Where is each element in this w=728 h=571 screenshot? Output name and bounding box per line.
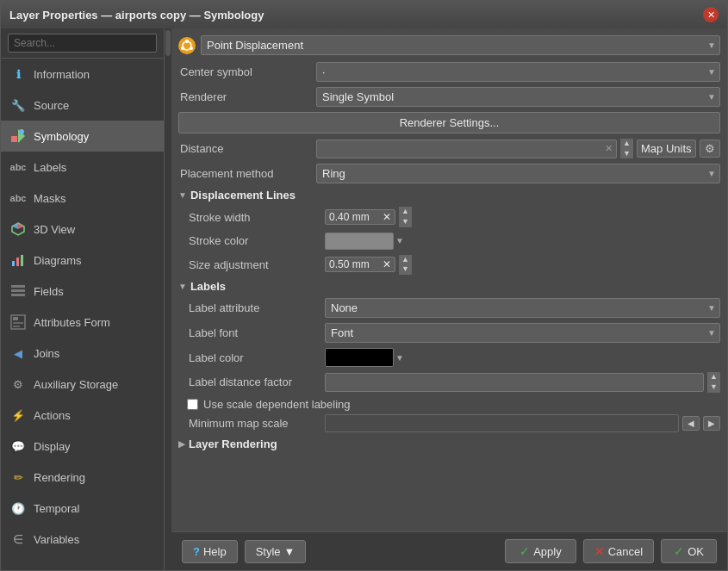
distance-clear-button[interactable]: ✕ <box>605 143 613 154</box>
sidebar-item-information[interactable]: ℹ Information <box>1 59 164 90</box>
scale-nav-fwd-button[interactable]: ▶ <box>703 416 720 431</box>
scale-nav-back-button[interactable]: ◀ <box>682 416 700 431</box>
svg-marker-4 <box>18 223 24 229</box>
sidebar-item-masks[interactable]: abc Masks <box>1 183 164 214</box>
stroke-width-decrement-button[interactable]: ▼ <box>399 217 412 227</box>
renderer-value: Single Symbol ▼ <box>316 87 720 107</box>
stroke-width-clear-button[interactable]: ✕ <box>383 211 391 223</box>
point-displacement-icon <box>178 37 196 54</box>
sidebar-item-rendering[interactable]: ✏ Rendering <box>1 462 164 493</box>
svg-rect-13 <box>13 317 18 320</box>
cancel-x-icon: ✕ <box>594 544 605 558</box>
units-select[interactable]: Map Units Pixels mm <box>637 140 696 158</box>
distance-increment-button[interactable]: ▲ <box>620 139 633 149</box>
label-distance-input-box: 0.50 <box>325 373 704 392</box>
labels-header[interactable]: ▼ Labels <box>178 280 720 293</box>
distance-spinner: ▲ ▼ <box>620 139 633 158</box>
labels-content: Label attribute None ▼ Label f <box>178 298 720 431</box>
use-scale-label: Use scale dependent labeling <box>203 398 351 411</box>
sidebar: ℹ Information 🔧 Source Symbology abc Lab… <box>1 28 165 570</box>
sidebar-item-display[interactable]: 💬 Display <box>1 431 164 462</box>
distance-decrement-button[interactable]: ▼ <box>620 149 633 159</box>
content-area: ℹ Information 🔧 Source Symbology abc Lab… <box>1 28 727 570</box>
label-distance-decrement-button[interactable]: ▼ <box>707 382 720 393</box>
apply-button[interactable]: ✓ Apply <box>505 539 576 563</box>
sidebar-item-actions[interactable]: ⚡ Actions <box>1 400 164 431</box>
layer-rendering-header[interactable]: ▶ Layer Rendering <box>178 438 720 450</box>
sidebar-item-diagrams[interactable]: Diagrams <box>1 245 164 276</box>
svg-point-2 <box>19 129 24 134</box>
help-button[interactable]: ? Help <box>182 540 238 563</box>
sidebar-item-labels[interactable]: abc Labels <box>1 152 164 183</box>
cancel-button[interactable]: ✕ Cancel <box>583 539 654 563</box>
label-attribute-select[interactable]: None <box>325 298 720 318</box>
ok-button[interactable]: ✓ OK <box>661 539 717 563</box>
style-arrow-icon: ▼ <box>284 545 296 558</box>
units-settings-button[interactable]: ⚙ <box>700 140 720 158</box>
displacement-lines-header[interactable]: ▼ Displacement Lines <box>178 189 720 202</box>
center-symbol-wrapper: · ▼ <box>316 62 720 82</box>
main-scroll-area: Point Displacement ▼ Center symbol · ▼ <box>171 28 727 531</box>
sidebar-item-label: Attributes Form <box>34 316 110 329</box>
svg-point-17 <box>185 40 189 43</box>
sidebar-item-label: Actions <box>34 409 71 422</box>
svg-rect-7 <box>16 258 19 266</box>
auxiliary-storage-icon: ⚙ <box>9 375 27 393</box>
stroke-color-label: Stroke color <box>187 234 325 247</box>
size-adjustment-clear-button[interactable]: ✕ <box>383 258 391 270</box>
sidebar-item-temporal[interactable]: 🕐 Temporal <box>1 493 164 524</box>
sidebar-item-label: Fields <box>34 285 64 298</box>
distance-value: 100000.0000000 ✕ ▲ ▼ Map Units Pixels mm <box>316 139 720 158</box>
sidebar-item-joins[interactable]: ◀ Joins <box>1 338 164 369</box>
sidebar-item-3dview[interactable]: 3D View <box>1 214 164 245</box>
sidebar-item-attributes-form[interactable]: Attributes Form <box>1 307 164 338</box>
label-distance-factor-label: Label distance factor <box>187 375 325 388</box>
search-box <box>1 28 164 59</box>
renderer-settings-button[interactable]: Renderer Settings... <box>178 112 720 133</box>
size-adjustment-decrement-button[interactable]: ▼ <box>399 264 412 275</box>
label-font-select[interactable]: Font <box>325 323 720 343</box>
rendering-icon: ✏ <box>9 469 27 486</box>
renderer-select[interactable]: Single Symbol <box>316 87 720 107</box>
label-distance-increment-button[interactable]: ▲ <box>707 372 720 382</box>
display-icon: 💬 <box>9 438 27 455</box>
svg-rect-0 <box>11 136 17 142</box>
source-icon: 🔧 <box>9 96 27 114</box>
renderer-label: Renderer <box>178 90 316 103</box>
sidebar-item-variables[interactable]: ∈ Variables <box>1 524 164 555</box>
sidebar-item-symbology[interactable]: Symbology <box>1 121 164 152</box>
center-symbol-select[interactable]: · <box>316 62 720 82</box>
scroll-thumb[interactable] <box>165 30 171 56</box>
displacement-lines-title: Displacement Lines <box>190 189 296 202</box>
label-distance-input[interactable]: 0.50 <box>329 375 700 389</box>
size-adjustment-increment-button[interactable]: ▲ <box>399 255 412 265</box>
placement-method-select[interactable]: Ring Concentric Rings Grid <box>316 164 720 183</box>
stroke-width-increment-button[interactable]: ▲ <box>399 207 412 217</box>
size-adjustment-label: Size adjustment <box>187 258 325 271</box>
label-color-button[interactable]: ▼ <box>325 348 404 367</box>
close-button[interactable]: ✕ <box>703 7 719 22</box>
label-font-wrapper: Font ▼ <box>325 323 720 343</box>
title-bar: Layer Properties — airports copy — Symbo… <box>1 1 727 28</box>
variables-icon: ∈ <box>9 531 27 548</box>
svg-point-19 <box>181 47 184 50</box>
apply-check-icon: ✓ <box>520 544 530 558</box>
sidebar-item-source[interactable]: 🔧 Source <box>1 90 164 121</box>
stroke-color-button[interactable]: ▼ <box>325 233 404 250</box>
displacement-lines-content: Stroke width 0.40 mm ✕ ▲ ▼ <box>178 207 720 275</box>
sidebar-item-auxiliary-storage[interactable]: ⚙ Auxiliary Storage <box>1 369 164 400</box>
renderer-type-select[interactable]: Point Displacement <box>201 35 720 55</box>
svg-point-18 <box>190 47 193 50</box>
sidebar-item-label: Auxiliary Storage <box>34 378 118 391</box>
style-button[interactable]: Style ▼ <box>245 540 307 563</box>
distance-label: Distance <box>178 142 316 155</box>
sidebar-item-fields[interactable]: Fields <box>1 276 164 307</box>
sidebar-item-label: Temporal <box>34 502 79 515</box>
3dview-icon <box>9 220 27 238</box>
minimum-map-scale-input[interactable]: 0 <box>325 414 679 432</box>
labels-title: Labels <box>190 280 226 293</box>
distance-input[interactable]: 100000.0000000 <box>320 142 605 156</box>
use-scale-checkbox[interactable] <box>187 399 198 410</box>
search-input[interactable] <box>8 34 157 53</box>
labels-arrow-icon: ▼ <box>178 282 187 291</box>
